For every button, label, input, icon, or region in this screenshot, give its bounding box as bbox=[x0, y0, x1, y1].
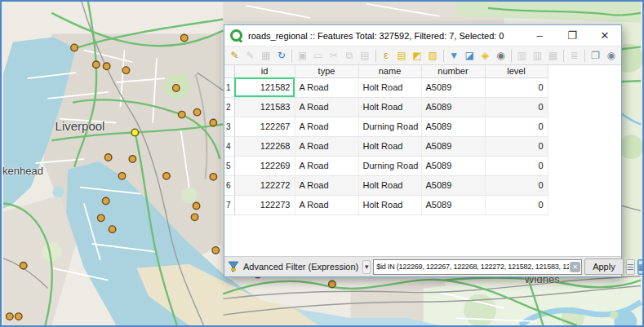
cell-type[interactable]: A Road bbox=[295, 156, 358, 175]
qgis-map-canvas[interactable]: LiverpoolkenheadWidnes roads_regional ::… bbox=[0, 0, 644, 327]
point-marker[interactable] bbox=[109, 226, 116, 233]
point-marker[interactable] bbox=[103, 63, 110, 70]
point-marker[interactable] bbox=[20, 262, 27, 269]
form-view-toggle[interactable]: ☰ bbox=[626, 259, 635, 275]
table-row[interactable]: 5122269A RoadDurning RoadA50890 bbox=[224, 156, 621, 175]
pan-to-selected-icon[interactable]: ◪ bbox=[463, 48, 477, 63]
filter-by-form-icon[interactable]: ▼ bbox=[447, 48, 461, 63]
field-calculator-icon[interactable]: ▦ bbox=[546, 48, 560, 63]
point-marker[interactable] bbox=[129, 156, 136, 163]
cell-type[interactable]: A Road bbox=[295, 97, 358, 117]
cell-number[interactable]: A5089 bbox=[421, 195, 485, 214]
point-marker[interactable] bbox=[7, 313, 14, 320]
multi-edit-icon[interactable]: ✎ bbox=[243, 48, 257, 63]
table-row[interactable]: 1121582A RoadHolt RoadA50890 bbox=[224, 77, 621, 97]
row-number[interactable]: 7 bbox=[224, 195, 234, 214]
selected-point-marker[interactable] bbox=[131, 129, 139, 136]
maximize-button[interactable]: ❐ bbox=[556, 25, 588, 46]
reload-table-icon[interactable]: ↻ bbox=[274, 48, 288, 63]
cut-features-icon[interactable]: ✂ bbox=[326, 48, 340, 63]
row-number[interactable]: 5 bbox=[224, 156, 234, 175]
cell-level[interactable]: 0 bbox=[485, 77, 548, 97]
point-marker[interactable] bbox=[163, 173, 171, 180]
clear-expression-icon[interactable]: ✕ bbox=[570, 262, 580, 272]
cell-number[interactable]: A5089 bbox=[421, 175, 485, 195]
cell-id[interactable]: 121582 bbox=[234, 77, 295, 97]
cell-number[interactable]: A5089 bbox=[421, 77, 485, 97]
invert-selection-icon[interactable]: ◩ bbox=[411, 48, 424, 63]
point-marker[interactable] bbox=[178, 111, 185, 118]
point-marker[interactable] bbox=[191, 214, 198, 221]
table-row[interactable]: 3122267A RoadDurning RoadA50890 bbox=[224, 117, 621, 136]
column-header-level[interactable]: level bbox=[485, 65, 548, 77]
point-marker[interactable] bbox=[173, 85, 180, 92]
dock-table-icon[interactable]: ❐ bbox=[588, 48, 602, 63]
window-titlebar[interactable]: roads_regional :: Features Total: 327592… bbox=[224, 25, 621, 46]
point-marker[interactable] bbox=[329, 281, 336, 288]
point-marker[interactable] bbox=[15, 313, 22, 320]
point-marker[interactable] bbox=[212, 247, 220, 254]
row-number[interactable]: 4 bbox=[224, 136, 234, 156]
toggle-editing-icon[interactable]: ✎ bbox=[228, 48, 242, 63]
filter-expression-input[interactable] bbox=[373, 259, 582, 275]
table-row[interactable]: 4122268A RoadHolt RoadA50890 bbox=[224, 136, 621, 156]
conditional-format-icon[interactable]: ≣ bbox=[567, 48, 581, 63]
cell-name[interactable]: Holt Road bbox=[358, 136, 421, 156]
cell-level[interactable]: 0 bbox=[485, 136, 548, 156]
cell-name[interactable]: Durning Road bbox=[358, 117, 421, 136]
point-marker[interactable] bbox=[210, 174, 217, 181]
save-edits-icon[interactable]: ▦ bbox=[259, 48, 273, 63]
cell-id[interactable]: 121583 bbox=[234, 97, 295, 117]
cell-type[interactable]: A Road bbox=[295, 77, 358, 97]
cell-level[interactable]: 0 bbox=[485, 175, 548, 195]
point-marker[interactable] bbox=[122, 67, 130, 74]
cell-type[interactable]: A Road bbox=[295, 136, 358, 156]
copy-features-icon[interactable]: ⧉ bbox=[342, 48, 356, 63]
cell-name[interactable]: Holt Road bbox=[358, 195, 421, 214]
cell-id[interactable]: 122267 bbox=[234, 117, 295, 136]
column-header-number[interactable]: number bbox=[421, 65, 485, 77]
filter-mode-dropdown[interactable]: ▼ bbox=[362, 260, 371, 274]
cell-type[interactable]: A Road bbox=[295, 195, 358, 214]
cell-name[interactable]: Holt Road bbox=[358, 77, 421, 97]
close-button[interactable]: ✕ bbox=[588, 25, 621, 46]
row-number[interactable]: 2 bbox=[224, 97, 234, 117]
point-marker[interactable] bbox=[93, 61, 100, 68]
zoom-to-selected-icon[interactable]: ◈ bbox=[478, 48, 492, 63]
point-marker[interactable] bbox=[193, 202, 200, 210]
table-row[interactable]: 6122272A RoadHolt RoadA50890 bbox=[224, 175, 621, 195]
cell-number[interactable]: A5089 bbox=[421, 156, 485, 175]
point-marker[interactable] bbox=[180, 34, 188, 42]
filter-mode-label[interactable]: Advanced Filter (Expression) bbox=[242, 262, 360, 272]
paste-features-icon[interactable]: ▤ bbox=[358, 48, 371, 63]
table-row[interactable]: 2121583A RoadHolt RoadA50890 bbox=[224, 97, 621, 117]
row-number[interactable]: 3 bbox=[224, 117, 234, 136]
cell-name[interactable]: Holt Road bbox=[358, 175, 421, 195]
cell-level[interactable]: 0 bbox=[485, 117, 548, 136]
cell-level[interactable]: 0 bbox=[485, 156, 548, 175]
point-marker[interactable] bbox=[210, 119, 217, 126]
select-by-expression-icon[interactable]: ε bbox=[379, 48, 393, 63]
cell-number[interactable]: A5089 bbox=[421, 117, 485, 136]
cell-level[interactable]: 0 bbox=[485, 195, 548, 214]
minimize-button[interactable]: – bbox=[523, 25, 556, 46]
table-row[interactable]: 7122273A RoadHolt RoadA50890 bbox=[224, 195, 621, 214]
table-settings-icon[interactable]: ◉ bbox=[604, 48, 618, 63]
attribute-table-area[interactable]: idtypenamenumberlevel 1121582A RoadHolt … bbox=[224, 65, 621, 256]
new-field-icon[interactable]: ▥ bbox=[515, 48, 529, 63]
cell-type[interactable]: A Road bbox=[295, 175, 358, 195]
cell-id[interactable]: 122268 bbox=[234, 136, 295, 156]
cell-number[interactable]: A5089 bbox=[421, 136, 485, 156]
point-marker[interactable] bbox=[104, 154, 112, 161]
point-marker[interactable] bbox=[71, 44, 78, 51]
apply-filter-button[interactable]: Apply bbox=[584, 259, 624, 275]
column-header-name[interactable]: name bbox=[358, 65, 421, 77]
point-marker[interactable] bbox=[97, 214, 104, 222]
cell-id[interactable]: 122269 bbox=[234, 156, 295, 175]
cell-id[interactable]: 122272 bbox=[234, 175, 295, 195]
column-header-type[interactable]: type bbox=[295, 65, 358, 77]
table-view-toggle[interactable]: ▦ bbox=[637, 259, 644, 275]
point-marker[interactable] bbox=[102, 197, 109, 205]
row-number[interactable]: 1 bbox=[224, 77, 234, 97]
row-number[interactable]: 6 bbox=[224, 175, 234, 195]
